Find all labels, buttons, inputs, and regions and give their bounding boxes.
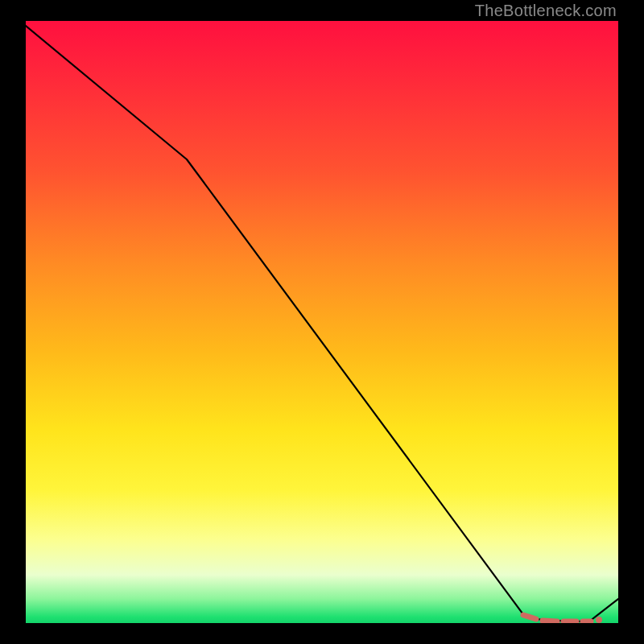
marker-dash [543,621,557,621]
bottleneck-curve [26,26,618,621]
plot-area [26,21,618,623]
optimal-region-marker [523,615,602,623]
chart-stage: TheBottleneck.com [0,0,644,644]
marker-dash [523,615,536,619]
marker-end-dot [596,617,602,623]
chart-svg [26,21,618,623]
watermark-text: TheBottleneck.com [475,2,617,20]
